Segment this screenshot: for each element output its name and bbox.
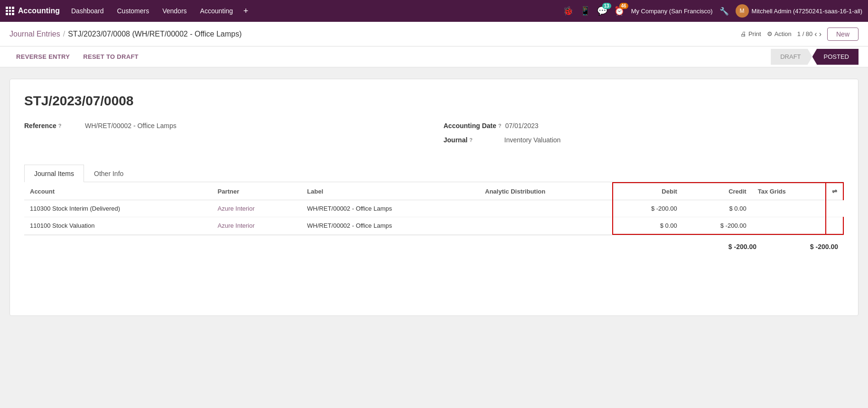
- accounting-date-field: Accounting Date ? 07/01/2023: [444, 122, 844, 130]
- journal-field: Journal ? Inventory Valuation: [444, 136, 844, 144]
- reference-value: WH/RET/00002 - Office Lamps: [85, 122, 177, 130]
- breadcrumb-separator: /: [63, 30, 65, 38]
- journal-value: Inventory Valuation: [504, 136, 561, 144]
- col-header-debit: Debit: [613, 183, 683, 200]
- cell-debit-1: $ 0.00: [613, 217, 683, 235]
- partner-link-0[interactable]: Azure Interior: [217, 205, 254, 212]
- nav-customers[interactable]: Customers: [112, 0, 155, 22]
- form-card: STJ/2023/07/0008 Reference ? WH/RET/0000…: [9, 79, 859, 316]
- cell-account-1: 110100 Stock Valuation: [24, 217, 212, 235]
- cell-taxgrids-1: [752, 217, 826, 235]
- add-menu-icon[interactable]: +: [241, 6, 252, 16]
- form-col-right: Accounting Date ? 07/01/2023 Journal ? I…: [444, 122, 844, 150]
- chat-icon[interactable]: 💬 13: [597, 6, 607, 16]
- cell-credit-0: $ 0.00: [683, 200, 752, 217]
- company-selector[interactable]: My Company (San Francisco): [631, 8, 713, 15]
- col-header-label: Label: [301, 183, 479, 200]
- cell-adjust-1: [826, 217, 843, 235]
- journal-items-table-wrap: Account Partner Label Analytic Distribut…: [24, 182, 844, 235]
- journal-items-table: Account Partner Label Analytic Distribut…: [24, 182, 844, 235]
- grid-menu-icon[interactable]: [6, 7, 14, 15]
- record-position: 1 / 80: [797, 30, 813, 37]
- partner-link-1[interactable]: Azure Interior: [217, 222, 254, 229]
- journal-entry-title: STJ/2023/07/0008: [24, 93, 844, 109]
- reference-field: Reference ? WH/RET/00002 - Office Lamps: [24, 122, 425, 130]
- status-flow: DRAFT POSTED: [771, 49, 859, 65]
- settings-icon[interactable]: 🔧: [719, 7, 729, 16]
- action-button[interactable]: ⚙ Action: [767, 30, 792, 37]
- reference-help-icon[interactable]: ?: [58, 123, 62, 129]
- col-header-analytic: Analytic Distribution: [479, 183, 613, 200]
- cell-debit-0: $ -200.00: [613, 200, 683, 217]
- status-bar: REVERSE ENTRY RESET TO DRAFT DRAFT POSTE…: [0, 46, 868, 67]
- cell-analytic-1: [479, 217, 613, 235]
- cell-analytic-0: [479, 200, 613, 217]
- journal-label: Journal ?: [444, 136, 501, 144]
- accounting-date-label: Accounting Date ?: [444, 122, 502, 130]
- company-name: My Company (San Francisco): [631, 8, 713, 15]
- new-button[interactable]: New: [827, 28, 859, 41]
- col-header-taxgrids: Tax Grids: [752, 183, 826, 200]
- total-debit: $ -200.00: [686, 243, 762, 250]
- gear-icon: ⚙: [767, 30, 773, 37]
- col-header-account: Account: [24, 183, 212, 200]
- table-header-row: Account Partner Label Analytic Distribut…: [24, 183, 843, 200]
- avatar: M: [736, 4, 749, 18]
- activity-badge: 46: [619, 3, 628, 9]
- total-credit: $ -200.00: [762, 243, 838, 250]
- phone-icon[interactable]: 📱: [580, 6, 590, 16]
- status-draft[interactable]: DRAFT: [771, 49, 812, 65]
- breadcrumb-parent[interactable]: Journal Entries: [9, 30, 60, 38]
- debug-icon[interactable]: 🐞: [563, 6, 573, 16]
- reference-label: Reference ?: [24, 122, 81, 130]
- form-col-left: Reference ? WH/RET/00002 - Office Lamps: [24, 122, 425, 150]
- cell-taxgrids-0: [752, 200, 826, 217]
- next-record-button[interactable]: ›: [819, 30, 821, 38]
- cell-label-1: WH/RET/00002 - Office Lamps: [301, 217, 479, 235]
- main-content: STJ/2023/07/0008 Reference ? WH/RET/0000…: [0, 67, 868, 327]
- user-name: Mitchell Admin (47250241-saas-16-1-all): [752, 8, 862, 15]
- form-fields: Reference ? WH/RET/00002 - Office Lamps …: [24, 122, 844, 150]
- cell-label-0: WH/RET/00002 - Office Lamps: [301, 200, 479, 217]
- app-brand[interactable]: Accounting: [6, 7, 60, 15]
- status-posted[interactable]: POSTED: [812, 49, 859, 65]
- record-navigation: 1 / 80 ‹ ›: [797, 30, 821, 38]
- statusbar-actions: REVERSE ENTRY RESET TO DRAFT: [9, 46, 145, 67]
- col-header-adjust: ⇌: [826, 183, 843, 200]
- table-row: 110100 Stock Valuation Azure Interior WH…: [24, 217, 843, 235]
- breadcrumb-current: STJ/2023/07/0008 (WH/RET/00002 - Office …: [68, 30, 242, 38]
- accounting-date-value: 07/01/2023: [505, 122, 538, 130]
- cell-adjust-0: [826, 200, 843, 217]
- prev-record-button[interactable]: ‹: [814, 30, 817, 38]
- tab-other-info[interactable]: Other Info: [84, 165, 133, 182]
- journal-help-icon[interactable]: ?: [469, 137, 473, 143]
- print-button[interactable]: 🖨 Print: [740, 30, 761, 37]
- activity-icon[interactable]: ⏰ 46: [614, 6, 625, 16]
- tab-journal-items[interactable]: Journal Items: [24, 165, 84, 182]
- cell-partner-1: Azure Interior: [212, 217, 301, 235]
- table-row: 110300 Stock Interim (Delivered) Azure I…: [24, 200, 843, 217]
- reverse-entry-button[interactable]: REVERSE ENTRY: [9, 46, 76, 67]
- chat-badge: 13: [602, 3, 611, 9]
- cell-account-0: 110300 Stock Interim (Delivered): [24, 200, 212, 217]
- top-navigation: Accounting Dashboard Customers Vendors A…: [0, 0, 868, 22]
- cell-credit-1: $ -200.00: [683, 217, 752, 235]
- cell-partner-0: Azure Interior: [212, 200, 301, 217]
- accounting-date-help-icon[interactable]: ?: [498, 123, 502, 129]
- col-header-credit: Credit: [683, 183, 752, 200]
- topnav-utilities: 🐞 📱 💬 13 ⏰ 46 My Company (San Francisco)…: [563, 4, 862, 18]
- breadcrumb: Journal Entries / STJ/2023/07/0008 (WH/R…: [9, 30, 242, 38]
- actionbar-right: 🖨 Print ⚙ Action 1 / 80 ‹ › New: [740, 28, 859, 41]
- nav-accounting[interactable]: Accounting: [195, 0, 239, 22]
- user-menu[interactable]: M Mitchell Admin (47250241-saas-16-1-all…: [736, 4, 862, 18]
- app-name: Accounting: [18, 7, 60, 15]
- print-icon: 🖨: [740, 30, 747, 37]
- reset-to-draft-button[interactable]: RESET TO DRAFT: [76, 46, 145, 67]
- totals-row: $ -200.00 $ -200.00: [24, 235, 844, 258]
- action-bar: Journal Entries / STJ/2023/07/0008 (WH/R…: [0, 22, 868, 46]
- nav-dashboard[interactable]: Dashboard: [65, 0, 110, 22]
- tabs: Journal Items Other Info: [24, 165, 844, 182]
- nav-vendors[interactable]: Vendors: [157, 0, 192, 22]
- col-header-partner: Partner: [212, 183, 301, 200]
